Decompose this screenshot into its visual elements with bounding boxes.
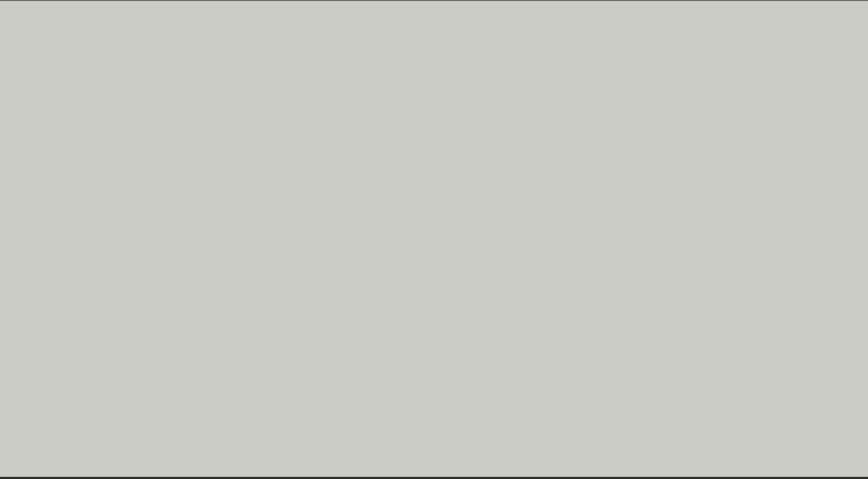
viewport-top-edge [0,0,868,1]
model-viewport[interactable] [0,0,868,479]
viewport-background [0,0,868,479]
viewport-bottom-edge [0,477,868,479]
3d-scene-canvas[interactable] [0,0,868,479]
